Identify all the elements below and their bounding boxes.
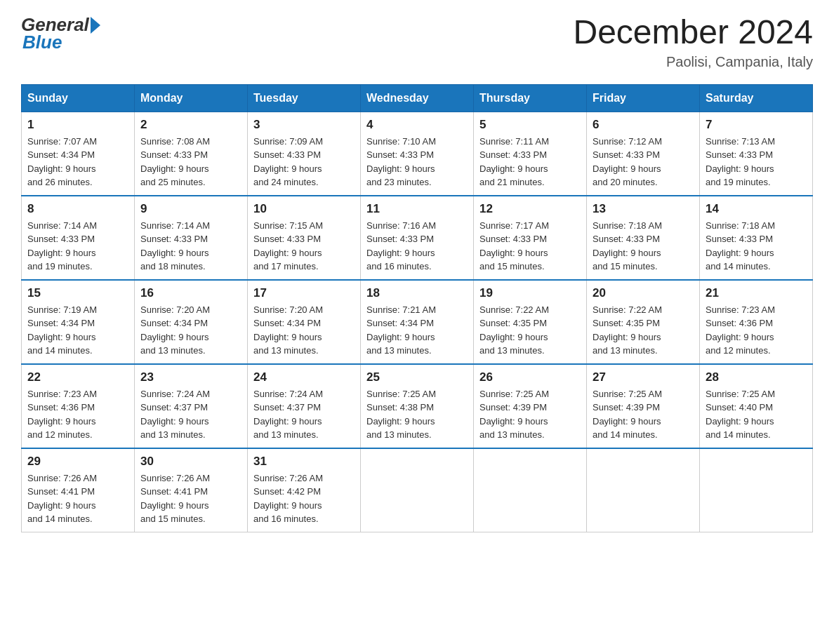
calendar-cell: 8 Sunrise: 7:14 AM Sunset: 4:33 PM Dayli… (22, 196, 135, 280)
day-number: 15 (27, 286, 128, 300)
calendar-table: Sunday Monday Tuesday Wednesday Thursday… (21, 84, 813, 532)
day-info: Sunrise: 7:14 AM Sunset: 4:33 PM Dayligh… (140, 219, 241, 274)
day-info: Sunrise: 7:23 AM Sunset: 4:36 PM Dayligh… (706, 303, 807, 358)
day-info: Sunrise: 7:25 AM Sunset: 4:39 PM Dayligh… (479, 387, 581, 442)
day-info: Sunrise: 7:16 AM Sunset: 4:33 PM Dayligh… (366, 219, 468, 274)
day-number: 6 (593, 118, 694, 132)
day-info: Sunrise: 7:22 AM Sunset: 4:35 PM Dayligh… (593, 303, 694, 358)
day-info: Sunrise: 7:08 AM Sunset: 4:33 PM Dayligh… (140, 135, 241, 189)
day-info: Sunrise: 7:18 AM Sunset: 4:33 PM Dayligh… (706, 219, 807, 274)
day-number: 10 (253, 202, 355, 216)
day-info: Sunrise: 7:14 AM Sunset: 4:33 PM Dayligh… (27, 219, 128, 274)
logo-blue-text: Blue (22, 32, 62, 53)
day-number: 25 (366, 370, 468, 384)
day-number: 1 (27, 118, 128, 132)
col-thursday: Thursday (474, 84, 587, 112)
calendar-cell: 17 Sunrise: 7:20 AM Sunset: 4:34 PM Dayl… (248, 280, 361, 364)
day-info: Sunrise: 7:25 AM Sunset: 4:39 PM Dayligh… (593, 387, 694, 442)
day-number: 12 (479, 202, 581, 216)
day-info: Sunrise: 7:25 AM Sunset: 4:40 PM Dayligh… (706, 387, 807, 442)
calendar-cell: 19 Sunrise: 7:22 AM Sunset: 4:35 PM Dayl… (474, 280, 587, 364)
logo: General Blue (21, 14, 100, 53)
day-info: Sunrise: 7:21 AM Sunset: 4:34 PM Dayligh… (366, 303, 468, 358)
day-number: 29 (27, 455, 128, 469)
month-title: December 2024 (573, 14, 813, 51)
col-wednesday: Wednesday (361, 84, 474, 112)
calendar-week-4: 22 Sunrise: 7:23 AM Sunset: 4:36 PM Dayl… (22, 364, 813, 448)
calendar-cell: 25 Sunrise: 7:25 AM Sunset: 4:38 PM Dayl… (361, 364, 474, 448)
day-info: Sunrise: 7:26 AM Sunset: 4:42 PM Dayligh… (253, 471, 355, 526)
calendar-cell: 12 Sunrise: 7:17 AM Sunset: 4:33 PM Dayl… (474, 196, 587, 280)
day-info: Sunrise: 7:20 AM Sunset: 4:34 PM Dayligh… (140, 303, 241, 358)
calendar-cell: 9 Sunrise: 7:14 AM Sunset: 4:33 PM Dayli… (135, 196, 248, 280)
day-info: Sunrise: 7:24 AM Sunset: 4:37 PM Dayligh… (253, 387, 355, 442)
calendar-cell: 29 Sunrise: 7:26 AM Sunset: 4:41 PM Dayl… (22, 448, 135, 532)
day-number: 22 (27, 370, 128, 384)
page-header: General Blue December 2024 Paolisi, Camp… (21, 14, 813, 70)
calendar-cell: 21 Sunrise: 7:23 AM Sunset: 4:36 PM Dayl… (700, 280, 813, 364)
calendar-cell (474, 448, 587, 532)
day-info: Sunrise: 7:25 AM Sunset: 4:38 PM Dayligh… (366, 387, 468, 442)
calendar-week-3: 15 Sunrise: 7:19 AM Sunset: 4:34 PM Dayl… (22, 280, 813, 364)
day-info: Sunrise: 7:13 AM Sunset: 4:33 PM Dayligh… (706, 135, 807, 189)
calendar-week-2: 8 Sunrise: 7:14 AM Sunset: 4:33 PM Dayli… (22, 196, 813, 280)
day-info: Sunrise: 7:23 AM Sunset: 4:36 PM Dayligh… (27, 387, 128, 442)
col-monday: Monday (135, 84, 248, 112)
calendar-cell: 14 Sunrise: 7:18 AM Sunset: 4:33 PM Dayl… (700, 196, 813, 280)
day-number: 31 (253, 455, 355, 469)
day-info: Sunrise: 7:26 AM Sunset: 4:41 PM Dayligh… (27, 471, 128, 526)
day-info: Sunrise: 7:19 AM Sunset: 4:34 PM Dayligh… (27, 303, 128, 358)
calendar-week-5: 29 Sunrise: 7:26 AM Sunset: 4:41 PM Dayl… (22, 448, 813, 532)
day-info: Sunrise: 7:10 AM Sunset: 4:33 PM Dayligh… (366, 135, 468, 189)
calendar-week-1: 1 Sunrise: 7:07 AM Sunset: 4:34 PM Dayli… (22, 112, 813, 196)
calendar-cell: 2 Sunrise: 7:08 AM Sunset: 4:33 PM Dayli… (135, 112, 248, 196)
calendar-cell: 24 Sunrise: 7:24 AM Sunset: 4:37 PM Dayl… (248, 364, 361, 448)
calendar-cell: 27 Sunrise: 7:25 AM Sunset: 4:39 PM Dayl… (587, 364, 700, 448)
day-number: 24 (253, 370, 355, 384)
day-number: 26 (479, 370, 581, 384)
calendar-cell: 3 Sunrise: 7:09 AM Sunset: 4:33 PM Dayli… (248, 112, 361, 196)
day-number: 16 (140, 286, 241, 300)
day-number: 5 (479, 118, 581, 132)
calendar-cell: 4 Sunrise: 7:10 AM Sunset: 4:33 PM Dayli… (361, 112, 474, 196)
calendar-cell: 7 Sunrise: 7:13 AM Sunset: 4:33 PM Dayli… (700, 112, 813, 196)
calendar-cell: 23 Sunrise: 7:24 AM Sunset: 4:37 PM Dayl… (135, 364, 248, 448)
calendar-cell: 13 Sunrise: 7:18 AM Sunset: 4:33 PM Dayl… (587, 196, 700, 280)
calendar-cell: 20 Sunrise: 7:22 AM Sunset: 4:35 PM Dayl… (587, 280, 700, 364)
col-friday: Friday (587, 84, 700, 112)
calendar-cell: 22 Sunrise: 7:23 AM Sunset: 4:36 PM Dayl… (22, 364, 135, 448)
day-number: 27 (593, 370, 694, 384)
logo-triangle-icon (91, 17, 100, 34)
day-info: Sunrise: 7:09 AM Sunset: 4:33 PM Dayligh… (253, 135, 355, 189)
calendar-cell (700, 448, 813, 532)
day-number: 28 (706, 370, 807, 384)
day-number: 17 (253, 286, 355, 300)
col-saturday: Saturday (700, 84, 813, 112)
day-number: 9 (140, 202, 241, 216)
day-number: 8 (27, 202, 128, 216)
col-sunday: Sunday (22, 84, 135, 112)
location-text: Paolisi, Campania, Italy (573, 54, 813, 70)
day-number: 20 (593, 286, 694, 300)
col-tuesday: Tuesday (248, 84, 361, 112)
calendar-cell: 28 Sunrise: 7:25 AM Sunset: 4:40 PM Dayl… (700, 364, 813, 448)
day-info: Sunrise: 7:22 AM Sunset: 4:35 PM Dayligh… (479, 303, 581, 358)
calendar-cell: 15 Sunrise: 7:19 AM Sunset: 4:34 PM Dayl… (22, 280, 135, 364)
calendar-cell: 26 Sunrise: 7:25 AM Sunset: 4:39 PM Dayl… (474, 364, 587, 448)
day-info: Sunrise: 7:15 AM Sunset: 4:33 PM Dayligh… (253, 219, 355, 274)
day-info: Sunrise: 7:12 AM Sunset: 4:33 PM Dayligh… (593, 135, 694, 189)
calendar-cell: 5 Sunrise: 7:11 AM Sunset: 4:33 PM Dayli… (474, 112, 587, 196)
calendar-cell: 31 Sunrise: 7:26 AM Sunset: 4:42 PM Dayl… (248, 448, 361, 532)
day-number: 2 (140, 118, 241, 132)
calendar-cell: 1 Sunrise: 7:07 AM Sunset: 4:34 PM Dayli… (22, 112, 135, 196)
day-number: 21 (706, 286, 807, 300)
day-info: Sunrise: 7:26 AM Sunset: 4:41 PM Dayligh… (140, 471, 241, 526)
day-info: Sunrise: 7:18 AM Sunset: 4:33 PM Dayligh… (593, 219, 694, 274)
calendar-header-row: Sunday Monday Tuesday Wednesday Thursday… (22, 84, 813, 112)
calendar-cell: 10 Sunrise: 7:15 AM Sunset: 4:33 PM Dayl… (248, 196, 361, 280)
calendar-cell (361, 448, 474, 532)
day-info: Sunrise: 7:11 AM Sunset: 4:33 PM Dayligh… (479, 135, 581, 189)
day-number: 13 (593, 202, 694, 216)
day-number: 11 (366, 202, 468, 216)
day-number: 14 (706, 202, 807, 216)
